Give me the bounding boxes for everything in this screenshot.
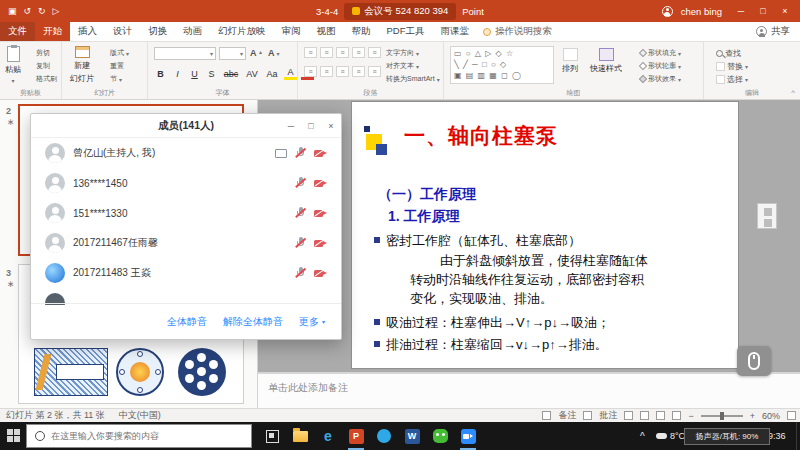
account-name[interactable]: chen bing — [681, 6, 722, 17]
close-button[interactable]: × — [774, 0, 796, 22]
tab-insert[interactable]: 插入 — [70, 22, 105, 41]
zoom-slider-knob[interactable] — [720, 412, 724, 420]
unmute-all-button[interactable]: 解除全体静音 — [223, 315, 283, 329]
mic-muted-icon[interactable] — [295, 267, 306, 279]
maximize-button[interactable]: □ — [752, 0, 774, 22]
mic-muted-icon[interactable] — [295, 147, 306, 159]
shrink-font-button[interactable]: A▾ — [268, 48, 280, 58]
copy-button[interactable]: 复制 — [36, 61, 50, 71]
select-button[interactable]: 选择▾ — [716, 74, 748, 85]
decrease-indent-button[interactable]: ≡ — [336, 47, 349, 58]
camera-off-icon[interactable] — [314, 178, 327, 188]
font-name-select[interactable]: ▾ — [154, 47, 216, 60]
weather-widget[interactable]: 8°C — [656, 431, 685, 441]
member-row[interactable]: 2017211467任雨馨 — [31, 228, 341, 258]
member-row[interactable]: 曾亿山(主持人, 我) — [31, 138, 341, 168]
increase-indent-button[interactable]: ≡ — [352, 47, 365, 58]
replace-button[interactable]: 替换▾ — [716, 61, 748, 72]
tab-file[interactable]: 文件 — [0, 22, 35, 41]
italic-button[interactable]: I — [171, 69, 184, 79]
align-right-button[interactable]: ≡ — [336, 66, 349, 77]
show-desktop-button[interactable] — [796, 422, 800, 450]
word-button[interactable]: W — [398, 422, 426, 450]
tab-review[interactable]: 审阅 — [274, 22, 309, 41]
meeting-mouse-control[interactable] — [737, 346, 771, 376]
tray-expand-button[interactable]: ^ — [640, 431, 645, 442]
wechat-button[interactable] — [426, 422, 454, 450]
camera-off-icon[interactable] — [314, 208, 327, 218]
camera-off-icon[interactable] — [314, 268, 327, 278]
font-size-select[interactable]: ▾ — [219, 47, 246, 60]
edge-button[interactable]: e — [314, 422, 342, 450]
notes-pane[interactable]: 单击此处添加备注 — [258, 372, 800, 408]
line-spacing-button[interactable]: ≡ — [368, 47, 381, 58]
dialog-close-button[interactable]: × — [321, 114, 341, 138]
underline-button[interactable]: U — [188, 69, 201, 79]
slide-sorter-view-button[interactable] — [640, 411, 649, 420]
screen-share-icon[interactable] — [275, 149, 287, 158]
change-case-button[interactable]: Aa — [264, 69, 280, 79]
dialog-minimize-button[interactable]: ─ — [281, 114, 301, 138]
shapes-gallery[interactable]: ▭ ○ △ ▷ ◇ ☆ ╲ ╱ ─ □ ○ ◇ ▣ ▤ ▥ ▦ ◻ ◯ — [450, 46, 554, 84]
highlight-color-button[interactable]: A — [284, 67, 297, 80]
camera-off-icon[interactable] — [314, 148, 327, 158]
tab-help[interactable]: 帮助 — [344, 22, 379, 41]
arrange-button[interactable]: 排列 — [562, 48, 578, 74]
cut-button[interactable]: 剪切 — [36, 48, 50, 58]
tab-home[interactable]: 开始 — [35, 22, 70, 41]
section-button[interactable]: 节▾ — [110, 74, 122, 84]
zoom-slider[interactable] — [701, 415, 743, 417]
share-button[interactable]: 共享 — [756, 22, 800, 41]
mute-all-button[interactable]: 全体静音 — [167, 315, 207, 329]
tell-me-search[interactable]: 操作说明搜索 — [483, 22, 552, 41]
member-row[interactable]: 2017211483 王焱 — [31, 258, 341, 288]
strikethrough-button[interactable]: abc — [222, 69, 240, 79]
normal-view-button[interactable] — [624, 411, 633, 420]
taskbar-search-box[interactable] — [26, 424, 252, 448]
language-indicator[interactable]: 中文(中国) — [119, 409, 161, 422]
shape-outline-button[interactable]: 形状轮廓▾ — [640, 61, 681, 71]
tab-animations[interactable]: 动画 — [175, 22, 210, 41]
zoom-level[interactable]: 60% — [762, 411, 780, 421]
fit-to-window-button[interactable] — [787, 411, 796, 420]
qq-button[interactable] — [370, 422, 398, 450]
member-row[interactable]: 151****1330 — [31, 198, 341, 228]
file-explorer-button[interactable] — [286, 422, 314, 450]
start-button[interactable] — [7, 429, 21, 443]
grow-font-button[interactable]: A▾ — [250, 48, 262, 58]
zoom-in-button[interactable]: + — [750, 411, 755, 421]
tab-rain-classroom[interactable]: 雨课堂 — [433, 22, 478, 41]
quick-styles-button[interactable]: 快速样式 — [590, 48, 622, 74]
meeting-number-badge[interactable]: 会议号 524 820 394 — [344, 3, 456, 20]
zoom-out-button[interactable]: − — [688, 411, 693, 421]
minimize-button[interactable]: ─ — [730, 0, 752, 22]
task-view-button[interactable] — [258, 422, 286, 450]
floating-panel[interactable] — [757, 203, 777, 229]
search-input[interactable] — [51, 431, 231, 441]
bold-button[interactable]: B — [154, 69, 167, 79]
character-spacing-button[interactable]: AV — [244, 69, 260, 79]
more-button[interactable]: 更多 ▾ — [299, 315, 325, 329]
powerpoint-button[interactable]: P — [342, 422, 370, 450]
new-slide-button[interactable]: 新建 幻灯片 — [70, 46, 94, 84]
paste-button[interactable]: 粘贴 ▾ — [5, 46, 21, 84]
text-direction-button[interactable]: 文字方向▾ — [386, 48, 419, 58]
tab-transitions[interactable]: 切换 — [140, 22, 175, 41]
numbering-button[interactable]: ≡ — [320, 47, 333, 58]
tab-view[interactable]: 视图 — [309, 22, 344, 41]
shape-effects-button[interactable]: 形状效果▾ — [640, 74, 681, 84]
mic-muted-icon[interactable] — [295, 207, 306, 219]
collapse-ribbon-button[interactable]: ^ — [791, 88, 795, 97]
notes-toggle[interactable]: 备注 — [558, 409, 576, 422]
align-left-button[interactable]: ≡ — [304, 66, 317, 77]
align-text-button[interactable]: 对齐文本▾ — [386, 61, 419, 71]
slideshow-view-button[interactable] — [672, 411, 681, 420]
mic-muted-icon[interactable] — [295, 177, 306, 189]
layout-button[interactable]: 版式▾ — [110, 48, 129, 58]
convert-smartart-button[interactable]: 转换为SmartArt▾ — [386, 74, 440, 84]
columns-button[interactable]: ≡ — [368, 66, 381, 77]
shape-fill-button[interactable]: 形状填充▾ — [640, 48, 681, 58]
member-row[interactable]: 136****1450 — [31, 168, 341, 198]
tab-design[interactable]: 设计 — [105, 22, 140, 41]
justify-button[interactable]: ≡ — [352, 66, 365, 77]
